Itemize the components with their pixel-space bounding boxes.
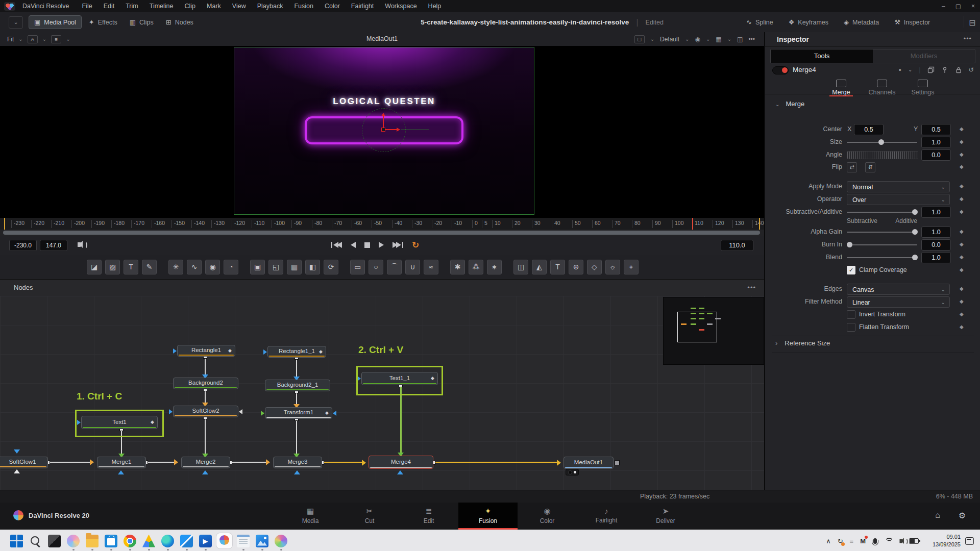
taskbar-settings-icon[interactable]: ≡ [850,537,854,545]
node-input-triangle[interactable] [169,409,173,414]
text-3d[interactable]: T [550,260,565,274]
lut-dropdown[interactable]: Default [660,36,679,43]
menu-app[interactable]: DaVinci Resolve [20,3,76,10]
file-explorer-icon[interactable] [83,530,102,551]
node-modifier-diamond-icon[interactable]: ◆ [228,348,232,353]
fast-noise[interactable]: ▨ [105,260,120,274]
nodes-options-icon[interactable]: ••• [747,284,756,291]
graph-node[interactable]: Merge4 ◆ [369,456,433,469]
subtractive-additive-field[interactable]: 1.0 [921,207,951,218]
particle-emitter[interactable]: ✱ [450,260,465,274]
page-tab[interactable]: ◉ Color [518,503,577,528]
menu-item[interactable]: Playback [252,3,289,10]
node-wire-vertical[interactable] [400,385,402,456]
particle-render[interactable]: ∗ [487,260,502,274]
notification-center-icon[interactable] [965,537,974,545]
color-controls-icon[interactable]: ◉ [695,36,700,43]
flatten-transform-checkbox[interactable]: ✓ [847,323,855,332]
node-graph-minimap[interactable] [663,297,764,365]
dual-viewer-icon[interactable]: ◫ [737,36,743,43]
settings-gear-icon[interactable]: ⚙ [959,511,966,520]
start-icon[interactable] [7,530,26,551]
node-wire-horizontal[interactable] [433,462,560,463]
versions-icon[interactable] [927,66,935,73]
mask-input-arrow[interactable] [118,470,124,474]
menu-item[interactable]: Timeline [144,3,179,10]
graph-node[interactable]: Rectangle1 ◆ [177,345,235,357]
invert-transform-checkbox[interactable]: ✓ [847,310,855,319]
range-in-field[interactable]: -230.0 [9,240,37,251]
node-side-input-triangle[interactable] [239,409,242,414]
tray-expand-icon[interactable]: ∧ [826,537,831,545]
keyframe-diamond-icon[interactable]: ◆ [960,152,964,157]
maxon-tray-icon[interactable]: M [860,537,866,545]
size-slider[interactable] [847,142,917,143]
page-tab[interactable]: ➤ Deliver [636,503,695,528]
operator-dropdown[interactable]: Over⌄ [847,194,950,205]
flip-horizontal-button[interactable]: ⇄ [847,162,857,172]
menu-item[interactable]: Workspace [379,3,422,10]
go-to-start-button[interactable] [331,242,342,248]
node-modifier-diamond-icon[interactable]: ◆ [319,349,323,354]
search-icon[interactable] [26,530,45,551]
render-range-start[interactable] [4,218,5,230]
keyframe-diamond-icon[interactable]: ◆ [960,183,964,189]
blend-slider[interactable] [847,257,917,258]
graph-node[interactable]: Rectangle1_1 ◆ [267,346,326,358]
clock[interactable]: 09.01 13/09/2025 [933,533,961,548]
google-drive-icon[interactable] [139,530,158,551]
davinci-resolve-icon[interactable] [215,530,234,551]
wifi-icon[interactable] [885,538,893,544]
node-side-input-triangle[interactable] [333,411,336,416]
copilot-icon[interactable] [64,530,83,551]
keyframe-diamond-icon[interactable]: ◆ [960,229,964,234]
burn-in-field[interactable]: 0.0 [921,239,951,251]
chevron-down-icon[interactable]: ⌄ [908,67,912,72]
matte-control[interactable]: ▦ [287,260,302,274]
angle-field[interactable]: 0.0 [921,149,951,161]
merge[interactable]: ▣ [250,260,265,274]
paint-icon[interactable] [272,530,290,551]
keyframe-diamond-icon[interactable]: ◆ [960,209,964,214]
timeline-ruler[interactable]: -230-220-210-200-190-180-170-160-150-140… [0,218,764,230]
menu-item[interactable]: Color [319,3,346,10]
graph-node[interactable]: Transform1 ◆ [265,407,332,419]
center-x-field[interactable]: 0.5 [854,124,884,135]
mask-input-arrow[interactable] [202,470,208,474]
dissolve[interactable]: ◱ [268,260,283,274]
graph-node[interactable]: Background2_1 ◆ [265,380,330,391]
graph-node[interactable]: Merge2 ◆ [181,457,230,468]
color-corrector[interactable]: ✳ [168,260,183,274]
spot-light-3d[interactable]: ☼ [605,260,620,274]
reference-size-section[interactable]: ›Reference Size [775,339,830,347]
blend-field[interactable]: 1.0 [921,252,951,263]
merge-section-header[interactable]: ⌄Merge [775,100,804,108]
inspector-subtab[interactable]: Settings [907,79,939,94]
menu-item[interactable]: Clip [179,3,202,10]
roi-toggle[interactable]: ▢ [634,35,645,43]
mask-input-arrow[interactable] [294,470,300,474]
mask-input-arrow[interactable] [397,470,403,474]
graph-node[interactable]: MediaOut1 ◆ [564,457,614,469]
page-tab[interactable]: ✂ Cut [340,503,399,528]
transform-center-handle[interactable] [381,128,385,132]
minimap-viewport[interactable] [677,312,717,342]
maximize-icon[interactable]: ▢ [955,3,961,10]
viewer-canvas[interactable]: LOGICAL QUESTEN [0,46,764,218]
inspector-options-icon[interactable]: ••• [964,35,972,42]
bspline-mask[interactable]: ∪ [405,260,420,274]
output-knob[interactable] [615,460,620,465]
panel-toggle[interactable]: ❖ Keyframes [783,16,834,29]
playhead[interactable] [692,218,693,230]
go-to-end-button[interactable] [393,242,404,248]
node-modifier-diamond-icon[interactable]: ◆ [325,410,329,415]
center-y-field[interactable]: 0.5 [921,124,951,135]
panel-toggle[interactable]: ◈ Metadata [839,16,884,29]
node-wire-horizontal[interactable] [322,462,365,463]
guides-grid-icon[interactable]: ▦ [716,36,721,43]
apply-mode-dropdown[interactable]: Normal⌄ [847,181,950,192]
vscode-icon[interactable] [177,530,196,551]
node-wire-vertical[interactable] [296,358,297,380]
play-reverse-button[interactable] [351,242,356,248]
graph-node[interactable]: Merge3 ◆ [273,457,322,468]
